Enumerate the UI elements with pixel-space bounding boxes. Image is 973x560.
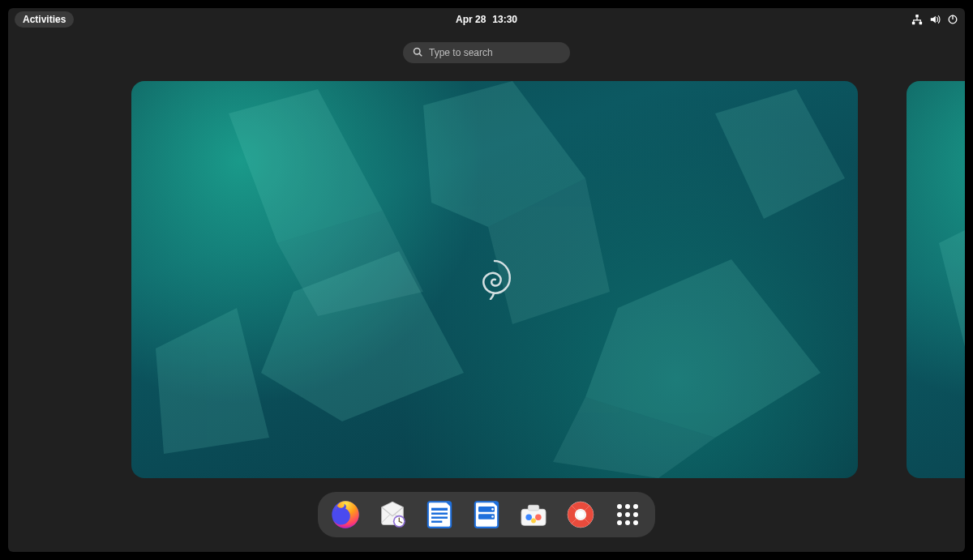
time-label: 13:30 — [492, 14, 517, 25]
dash-item-evolution[interactable] — [375, 497, 410, 532]
dash-item-app-grid[interactable] — [610, 497, 645, 532]
libreoffice-writer-icon — [423, 498, 456, 531]
network-wired-icon — [911, 14, 923, 25]
dash-item-files[interactable] — [469, 497, 504, 532]
files-icon — [470, 498, 503, 531]
svg-marker-16 — [939, 195, 965, 373]
firefox-icon — [329, 498, 362, 531]
svg-point-34 — [491, 508, 494, 511]
volume-icon — [929, 14, 941, 25]
svg-rect-1 — [912, 21, 915, 24]
svg-marker-10 — [585, 259, 821, 438]
svg-marker-13 — [277, 211, 423, 316]
svg-rect-2 — [919, 21, 923, 24]
svg-point-5 — [414, 48, 421, 54]
dash-item-libreoffice-writer[interactable] — [422, 497, 457, 532]
svg-marker-9 — [261, 251, 464, 421]
svg-marker-8 — [423, 81, 585, 227]
dash-item-firefox[interactable] — [328, 497, 363, 532]
dash — [318, 492, 655, 537]
dash-item-help[interactable] — [563, 497, 598, 532]
date-label: Apr 28 — [456, 14, 486, 25]
evolution-icon — [376, 498, 409, 531]
search-bar[interactable] — [403, 42, 570, 63]
workspace-1[interactable] — [131, 81, 858, 478]
svg-point-39 — [535, 515, 542, 521]
search-icon — [413, 47, 422, 59]
activities-button[interactable]: Activities — [15, 11, 74, 28]
app-grid-icon — [617, 504, 638, 525]
power-icon — [947, 14, 958, 25]
svg-rect-37 — [528, 505, 538, 511]
svg-marker-14 — [488, 178, 610, 324]
svg-marker-12 — [715, 89, 845, 219]
svg-rect-27 — [431, 517, 448, 519]
help-icon — [564, 498, 597, 531]
svg-point-35 — [491, 515, 494, 518]
svg-rect-25 — [431, 508, 448, 511]
top-bar: Activities Apr 28 13:30 — [8, 8, 965, 30]
search-input[interactable] — [429, 47, 560, 58]
svg-marker-11 — [156, 308, 269, 454]
desktop-overview: Activities Apr 28 13:30 — [8, 8, 965, 552]
activities-label: Activities — [23, 14, 66, 25]
workspace-area — [8, 81, 965, 471]
svg-marker-15 — [553, 397, 715, 478]
debian-swirl-icon — [478, 259, 512, 300]
svg-point-42 — [577, 511, 585, 519]
svg-marker-7 — [229, 89, 383, 243]
svg-point-38 — [525, 515, 532, 521]
wallpaper-decor — [907, 81, 965, 478]
clock[interactable]: Apr 28 13:30 — [456, 14, 517, 25]
dash-item-software[interactable] — [516, 497, 551, 532]
status-area[interactable] — [911, 14, 958, 25]
software-icon — [517, 498, 550, 531]
workspace-2[interactable] — [907, 81, 965, 478]
svg-rect-0 — [915, 14, 919, 17]
svg-point-40 — [531, 519, 536, 524]
svg-rect-28 — [431, 521, 442, 524]
svg-rect-26 — [431, 513, 448, 515]
svg-line-6 — [419, 53, 422, 56]
